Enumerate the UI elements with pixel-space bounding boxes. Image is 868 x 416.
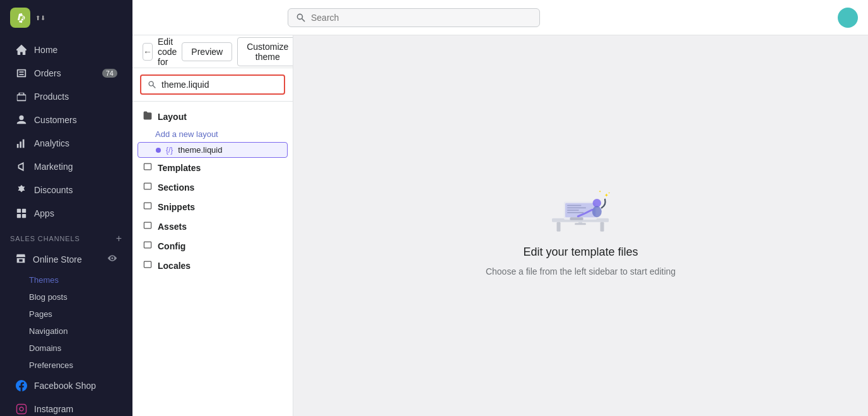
editor-placeholder: ✦ ✦ ✦ Edit your template files Choose a … xyxy=(486,175,676,276)
svg-rect-6 xyxy=(144,163,151,170)
sidebar-item-orders[interactable]: Orders 74 xyxy=(5,62,127,85)
orders-badge: 74 xyxy=(102,69,117,78)
config-folder-icon xyxy=(143,240,153,252)
templates-section-header[interactable]: Templates xyxy=(132,158,293,177)
instagram-label: Instagram xyxy=(34,404,73,414)
sidebar-item-marketing[interactable]: Marketing xyxy=(5,155,127,178)
locales-section-header[interactable]: Locales xyxy=(132,256,293,275)
templates-folder-icon xyxy=(143,162,153,174)
svg-rect-22 xyxy=(575,223,586,225)
sub-nav-domains[interactable]: Domains xyxy=(0,340,132,357)
file-search-box[interactable] xyxy=(140,74,285,95)
online-store-icon xyxy=(15,253,26,266)
svg-rect-21 xyxy=(578,220,582,223)
sidebar-item-products[interactable]: Products xyxy=(5,85,127,108)
sub-nav-navigation[interactable]: Navigation xyxy=(0,323,132,340)
sections-folder-icon xyxy=(143,181,153,193)
global-search-bar[interactable] xyxy=(288,8,540,27)
svg-rect-17 xyxy=(567,205,582,206)
liquid-file-icon: {/} xyxy=(166,146,173,155)
editor-heading: Edit your template files xyxy=(523,246,638,259)
add-layout-link[interactable]: Add a new layout xyxy=(132,126,293,142)
editor-subheading: Choose a file from the left sidebar to s… xyxy=(486,266,676,276)
sales-channels-header: SALES CHANNELS + xyxy=(0,225,132,247)
sidebar-item-marketing-label: Marketing xyxy=(34,162,73,172)
facebook-icon xyxy=(15,379,28,392)
svg-rect-9 xyxy=(144,222,151,229)
sub-nav-themes[interactable]: Themes xyxy=(0,271,132,288)
assets-section-header[interactable]: Assets xyxy=(132,217,293,236)
svg-rect-7 xyxy=(144,183,151,189)
snippets-section-header[interactable]: Snippets xyxy=(132,197,293,217)
sidebar-item-customers[interactable]: Customers xyxy=(5,109,127,131)
svg-rect-18 xyxy=(567,208,586,209)
snippets-folder-icon xyxy=(143,201,153,213)
svg-rect-10 xyxy=(144,242,151,248)
svg-rect-2 xyxy=(17,214,21,218)
sections-section-header[interactable]: Sections xyxy=(132,177,293,197)
svg-rect-13 xyxy=(557,222,561,232)
add-sales-channel-btn[interactable]: + xyxy=(116,233,122,244)
assets-folder-icon xyxy=(143,220,153,232)
sub-nav-pages[interactable]: Pages xyxy=(0,306,132,323)
customize-theme-button[interactable]: Customize theme xyxy=(237,37,293,66)
shopify-logo xyxy=(10,8,30,28)
sidebar-item-products-label: Products xyxy=(34,92,69,102)
sidebar-item-customers-label: Customers xyxy=(34,115,77,125)
sidebar-item-orders-label: Orders xyxy=(34,68,61,78)
layout-folder-icon xyxy=(143,110,153,122)
eye-icon[interactable] xyxy=(107,253,117,265)
svg-rect-14 xyxy=(601,222,604,232)
file-search-input[interactable] xyxy=(161,80,278,90)
active-file-dot xyxy=(156,148,161,153)
edit-header: ← Edit code for Preview Customize theme … xyxy=(132,35,293,68)
svg-rect-0 xyxy=(17,209,21,213)
config-section-header[interactable]: Config xyxy=(132,236,293,256)
apps-icon xyxy=(15,207,28,220)
file-sidebar: ← Edit code for Preview Customize theme … xyxy=(132,35,293,416)
sidebar-item-apps[interactable]: Apps xyxy=(5,202,127,225)
svg-text:✦: ✦ xyxy=(608,192,611,194)
global-search-input[interactable] xyxy=(311,13,532,23)
svg-rect-20 xyxy=(567,212,584,213)
locales-folder-icon xyxy=(143,259,153,271)
illustration: ✦ ✦ ✦ xyxy=(542,175,618,238)
sidebar-item-analytics-label: Analytics xyxy=(34,138,69,148)
orders-icon xyxy=(15,67,28,80)
back-arrow-icon: ← xyxy=(143,47,152,57)
main-area: ← Edit code for Preview Customize theme … xyxy=(132,0,868,416)
sidebar-item-analytics[interactable]: Analytics xyxy=(5,132,127,155)
sidebar-item-facebook-shop[interactable]: Facebook Shop xyxy=(5,374,127,397)
svg-rect-11 xyxy=(144,261,151,268)
sub-nav-preferences[interactable]: Preferences xyxy=(0,357,132,374)
search-icon xyxy=(296,13,306,23)
svg-text:✦: ✦ xyxy=(599,189,601,193)
preview-button[interactable]: Preview xyxy=(182,42,232,61)
online-store-label: Online Store xyxy=(33,254,82,264)
back-button[interactable]: ← xyxy=(143,43,153,61)
sidebar-item-online-store[interactable]: Online Store xyxy=(5,247,127,271)
sidebar-item-home[interactable]: Home xyxy=(5,39,127,61)
layout-section-header[interactable]: Layout xyxy=(132,107,293,126)
products-icon xyxy=(15,90,28,103)
svg-rect-8 xyxy=(144,203,151,209)
file-item-theme-liquid[interactable]: {/} theme.liquid xyxy=(138,142,288,158)
svg-rect-3 xyxy=(22,214,26,218)
sidebar-nav: Home Orders 74 Products Customers xyxy=(0,35,132,416)
file-search-container xyxy=(132,68,293,102)
top-bar xyxy=(132,0,868,35)
avatar xyxy=(838,8,858,28)
instagram-icon xyxy=(15,403,28,415)
svg-point-24 xyxy=(592,206,602,217)
sidebar-item-discounts-label: Discounts xyxy=(34,185,73,195)
discounts-icon xyxy=(15,184,28,196)
left-sidebar: ⬆⬇ Home Orders 74 Products xyxy=(0,0,132,416)
store-switcher[interactable]: ⬆⬇ xyxy=(35,15,45,21)
customers-icon xyxy=(15,114,28,126)
file-search-icon xyxy=(148,80,156,89)
sidebar-item-instagram[interactable]: Instagram xyxy=(5,398,127,416)
home-icon xyxy=(15,44,28,56)
facebook-shop-label: Facebook Shop xyxy=(34,381,96,391)
sub-nav-blog-posts[interactable]: Blog posts xyxy=(0,288,132,306)
sidebar-item-discounts[interactable]: Discounts xyxy=(5,179,127,201)
